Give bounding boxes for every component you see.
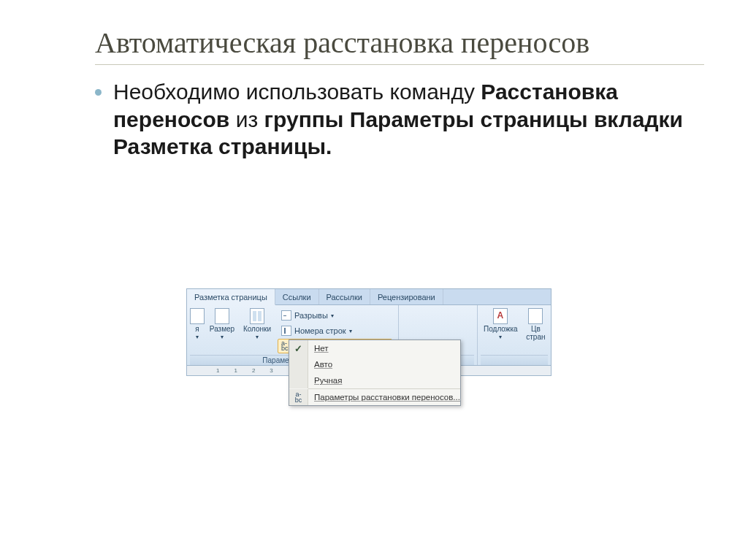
menu-item-none[interactable]: ✓ Нет bbox=[289, 340, 460, 356]
hyphenation-icon: a-bc bbox=[295, 391, 302, 403]
ribbon-tabs: Разметка страницы Ссылки Рассылки Реценз… bbox=[187, 289, 551, 305]
ruler-tick: 3 bbox=[270, 367, 272, 374]
hyphenation-dropdown: ✓ Нет Авто Ручная a-bc Параметры расстан… bbox=[289, 340, 461, 406]
size-label: Размер bbox=[210, 326, 234, 334]
menu-label-manual: Ручная bbox=[308, 376, 342, 385]
page-color-button[interactable]: Цв стран bbox=[524, 307, 548, 342]
columns-label: Колонки bbox=[243, 326, 271, 334]
slide-title: Автоматическая расстановка переносов bbox=[95, 26, 704, 65]
breaks-button[interactable]: Разрывы ▾ bbox=[278, 308, 392, 323]
chevron-down-icon: ▾ bbox=[196, 334, 199, 340]
tab-references[interactable]: Ссылки bbox=[275, 289, 319, 304]
ruler-tick: 1 bbox=[216, 367, 219, 374]
text-plain-1: Необходимо использовать команду bbox=[113, 80, 481, 104]
menu-item-options[interactable]: a-bc Параметры расстановки переносов... bbox=[289, 389, 460, 405]
tab-review[interactable]: Рецензировани bbox=[370, 289, 443, 304]
ruler-tick: 2 bbox=[252, 367, 255, 374]
breaks-label: Разрывы bbox=[294, 311, 328, 320]
tab-mailings[interactable]: Рассылки bbox=[319, 289, 370, 304]
text-plain-2: из bbox=[236, 107, 264, 131]
page-color-label-1: Цв bbox=[531, 326, 541, 334]
tab-page-layout[interactable]: Разметка страницы bbox=[187, 289, 275, 305]
columns-button[interactable]: Колонки ▾ bbox=[240, 307, 275, 342]
menu-item-manual[interactable]: Ручная bbox=[289, 372, 460, 388]
chevron-down-icon: ▾ bbox=[331, 312, 334, 319]
orientation-button[interactable]: я ▾ bbox=[190, 307, 205, 342]
chevron-down-icon: ▾ bbox=[221, 334, 224, 340]
line-numbers-label: Номера строк bbox=[294, 326, 346, 335]
page-icon bbox=[190, 308, 205, 324]
watermark-icon bbox=[493, 308, 508, 324]
columns-icon bbox=[250, 308, 264, 324]
chevron-down-icon: ▾ bbox=[349, 328, 352, 334]
watermark-button[interactable]: Подложка ▾ bbox=[481, 307, 521, 342]
page-color-icon bbox=[528, 308, 543, 324]
menu-label-none: Нет bbox=[308, 344, 329, 353]
size-button[interactable]: Размер ▾ bbox=[207, 307, 237, 342]
watermark-label: Подложка bbox=[484, 326, 518, 334]
bullet-icon bbox=[95, 89, 102, 96]
chevron-down-icon: ▾ bbox=[256, 334, 259, 340]
line-numbers-icon bbox=[281, 326, 291, 336]
slide-content: Автоматическая расстановка переносов Нео… bbox=[0, 0, 748, 161]
breaks-icon bbox=[281, 310, 291, 321]
chevron-down-icon: ▾ bbox=[499, 334, 502, 340]
menu-label-options: Параметры расстановки переносов... bbox=[308, 393, 460, 402]
group-page-background: Подложка ▾ Цв стран bbox=[478, 305, 551, 365]
bullet-row: Необходимо использовать команду Расстано… bbox=[95, 78, 704, 161]
ruler-tick: 1 bbox=[234, 367, 237, 374]
checkmark-icon: ✓ bbox=[294, 343, 302, 354]
orientation-label-trunc: я bbox=[195, 326, 199, 334]
menu-item-auto[interactable]: Авто bbox=[289, 356, 460, 372]
menu-label-auto: Авто bbox=[308, 360, 332, 369]
page-color-label-2: стран bbox=[526, 334, 545, 342]
body-text: Необходимо использовать команду Расстано… bbox=[113, 78, 704, 161]
line-numbers-button[interactable]: Номера строк ▾ bbox=[278, 323, 392, 338]
page-icon bbox=[215, 308, 229, 324]
